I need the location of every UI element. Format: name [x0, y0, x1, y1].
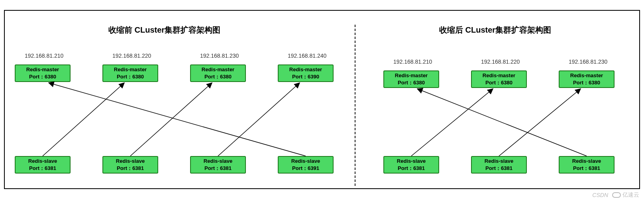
csdn-watermark: CSDN	[592, 192, 608, 198]
node-name: Redis-slave	[204, 158, 232, 165]
redis-master-node: Redis-master Port：6390	[278, 64, 334, 82]
node-name: Redis-slave	[572, 158, 601, 165]
node-port: Port：6381	[117, 165, 144, 172]
right-panel-title: 收缩后 CLuster集群扩容架构图	[439, 25, 551, 35]
node-name: Redis-slave	[291, 158, 320, 165]
node-port: Port：6380	[398, 79, 425, 86]
redis-slave-node: Redis-slave Port：6381	[383, 156, 439, 174]
panel-divider	[355, 25, 355, 186]
node-port: Port：6380	[204, 73, 232, 80]
node-port: Port：6380	[29, 73, 56, 80]
node-name: Redis-slave	[485, 158, 513, 165]
watermark: CSDN 亿速云	[592, 191, 639, 199]
ip-label: 192.168.81.240	[288, 53, 326, 59]
svg-line-0	[43, 83, 124, 156]
redis-slave-node: Redis-slave Port：6381	[559, 156, 615, 174]
node-port: Port：6380	[573, 79, 600, 86]
node-port: Port：6381	[485, 165, 512, 172]
node-name: Redis-slave	[28, 158, 57, 165]
node-port: Port：6380	[485, 79, 512, 86]
ip-label: 192.168.81.230	[200, 53, 239, 59]
redis-master-node: Redis-master Port：6380	[383, 70, 439, 88]
node-port: Port：6381	[573, 165, 600, 172]
node-name: Redis-master	[289, 66, 322, 73]
ip-label: 192.168.81.230	[569, 59, 607, 65]
diagram-container: 收缩前 CLuster集群扩容架构图 192.168.81.210 192.16…	[4, 10, 640, 189]
svg-line-2	[218, 83, 300, 156]
ip-label: 192.168.81.220	[481, 59, 520, 65]
redis-master-node: Redis-master Port：6380	[471, 70, 527, 88]
ip-label: 192.168.81.210	[25, 53, 63, 59]
node-name: Redis-master	[202, 66, 234, 73]
node-port: Port：6381	[204, 165, 232, 172]
node-port: Port：6381	[398, 165, 425, 172]
node-name: Redis-slave	[397, 158, 426, 165]
node-name: Redis-slave	[116, 158, 145, 165]
redis-master-node: Redis-master Port：6380	[190, 64, 246, 82]
svg-line-3	[49, 83, 306, 156]
svg-line-1	[130, 83, 212, 156]
cloud-icon	[612, 192, 621, 198]
redis-slave-node: Redis-slave Port：6381	[15, 156, 71, 174]
left-panel-title: 收缩前 CLuster集群扩容架构图	[108, 25, 220, 35]
node-name: Redis-master	[395, 72, 428, 79]
redis-slave-node: Redis-slave Port：6381	[471, 156, 527, 174]
svg-line-6	[417, 89, 587, 156]
node-name: Redis-master	[570, 72, 603, 79]
redis-slave-node: Redis-slave Port：6391	[278, 156, 334, 174]
node-name: Redis-master	[114, 66, 147, 73]
ip-label: 192.168.81.220	[112, 53, 151, 59]
redis-slave-node: Redis-slave Port：6381	[102, 156, 158, 174]
node-port: Port：6380	[117, 73, 144, 80]
ip-label: 192.168.81.210	[393, 59, 432, 65]
svg-line-4	[411, 89, 493, 156]
redis-master-node: Redis-master Port：6380	[102, 64, 158, 82]
yisu-watermark: 亿速云	[612, 191, 639, 199]
redis-master-node: Redis-master Port：6380	[559, 70, 615, 88]
node-port: Port：6391	[292, 165, 319, 172]
node-name: Redis-master	[26, 66, 59, 73]
node-port: Port：6381	[29, 165, 56, 172]
node-name: Redis-master	[483, 72, 515, 79]
redis-slave-node: Redis-slave Port：6381	[190, 156, 246, 174]
redis-master-node: Redis-master Port：6380	[15, 64, 71, 82]
node-port: Port：6390	[292, 73, 319, 80]
svg-line-5	[499, 89, 581, 156]
